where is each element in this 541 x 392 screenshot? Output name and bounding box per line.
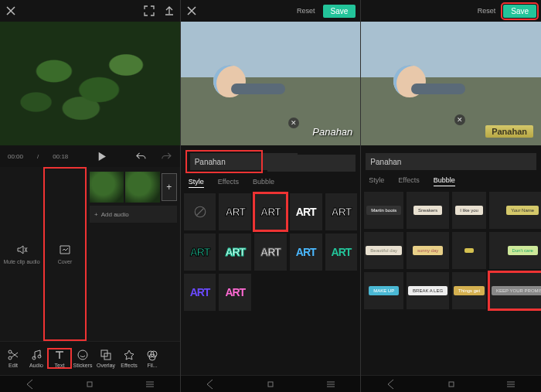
caption-text[interactable]: Panahan — [312, 126, 352, 138]
bubble-option[interactable]: sunny day — [407, 232, 449, 269]
topbar — [0, 0, 180, 22]
timeline: Mute clip audio Cover + + Add audio — [0, 167, 180, 341]
expand-icon[interactable] — [143, 5, 155, 17]
tab-style[interactable]: Style — [189, 178, 204, 188]
bubble-option[interactable]: Things get — [452, 272, 486, 309]
text-input-row — [361, 150, 541, 173]
tool-effects[interactable]: Effects — [117, 349, 141, 368]
style-option[interactable]: ART — [325, 233, 358, 271]
style-option[interactable]: ART — [219, 233, 251, 271]
time-current: 00:00 — [8, 153, 23, 160]
clip-thumb — [90, 172, 124, 203]
style-option[interactable]: ART — [219, 274, 251, 311]
recent-nav-icon[interactable] — [325, 378, 337, 390]
filters-icon — [146, 349, 158, 361]
svg-point-1 — [9, 356, 12, 360]
text-input[interactable] — [366, 153, 536, 170]
add-audio-button[interactable]: + Add audio — [90, 206, 177, 223]
bubble-grid: Martin bootsSneakersI like youYour NameB… — [361, 189, 541, 375]
home-nav-icon[interactable] — [445, 378, 458, 390]
tab-effects[interactable]: Effects — [398, 176, 419, 186]
close-icon[interactable] — [185, 5, 198, 17]
style-option[interactable]: ART — [184, 233, 216, 271]
text-tabs: Style Effects Bubble — [361, 173, 541, 189]
caption-text[interactable]: Panahan — [485, 125, 533, 138]
style-none[interactable] — [184, 193, 216, 230]
svg-rect-12 — [268, 382, 273, 387]
mute-clip-audio[interactable]: Mute clip audio — [0, 167, 43, 341]
bubble-option[interactable]: Sneakers — [407, 192, 449, 229]
reset-button[interactable]: Reset — [297, 7, 315, 15]
cover-button[interactable]: Cover — [43, 167, 87, 341]
bubble-option[interactable]: Don't care — [489, 232, 541, 269]
svg-point-4 — [78, 350, 87, 360]
clip-thumb — [125, 172, 159, 203]
upload-icon[interactable] — [163, 5, 175, 17]
style-option[interactable]: ART — [290, 193, 322, 230]
tool-filters[interactable]: Fil... — [141, 349, 164, 368]
bubble-option[interactable]: Your Name — [489, 192, 541, 229]
bubble-option[interactable]: I like you — [452, 192, 486, 229]
tool-text[interactable]: Text — [48, 349, 71, 368]
text-tabs: Style Effects Bubble — [181, 175, 361, 190]
tool-audio[interactable]: Audio — [25, 349, 48, 368]
video-clip[interactable]: + — [90, 172, 177, 203]
tab-effects[interactable]: Effects — [218, 178, 239, 187]
close-icon[interactable] — [5, 5, 17, 17]
style-option[interactable]: ART — [254, 193, 287, 230]
android-navbar — [361, 375, 541, 392]
video-preview[interactable]: ✕ Panahan — [361, 22, 541, 145]
style-option[interactable]: ART — [184, 274, 216, 311]
back-nav-icon[interactable] — [385, 378, 397, 390]
bubble-option[interactable]: Martin boots — [364, 192, 403, 229]
style-option[interactable]: ART — [254, 233, 287, 271]
recent-nav-icon[interactable] — [505, 378, 517, 390]
text-bubble-panel: Reset Save ✕ Panahan Style Effects Bubbl… — [361, 0, 541, 392]
reset-button[interactable]: Reset — [478, 7, 496, 15]
home-nav-icon[interactable] — [83, 378, 96, 390]
timeline-tracks[interactable]: + + Add audio — [87, 167, 180, 341]
save-button[interactable]: Save — [323, 5, 356, 18]
topbar: Reset Save — [361, 0, 541, 22]
svg-point-0 — [9, 350, 12, 353]
add-audio-label: Add audio — [101, 211, 129, 218]
video-preview[interactable] — [0, 22, 180, 145]
bubble-option[interactable]: MAKE UP — [364, 272, 403, 309]
bubble-option[interactable]: KEEP YOUR PROMISES — [489, 272, 541, 309]
recent-nav-icon[interactable] — [144, 378, 156, 390]
style-option[interactable]: ART — [290, 233, 322, 271]
svg-rect-10 — [87, 382, 92, 387]
tab-style[interactable]: Style — [369, 176, 384, 186]
tool-edit[interactable]: Edit — [2, 349, 25, 368]
style-option[interactable]: ART — [219, 193, 251, 230]
cover-label: Cover — [58, 259, 73, 264]
time-total: 00:18 — [53, 153, 68, 160]
undo-icon[interactable] — [135, 150, 147, 162]
save-button[interactable]: Save — [503, 5, 536, 18]
tool-stickers[interactable]: Stickers — [71, 349, 94, 368]
text-input-ext — [181, 152, 361, 175]
text-icon — [53, 349, 66, 361]
tool-overlay[interactable]: Overlay — [94, 349, 117, 368]
topbar: Reset Save — [181, 0, 361, 22]
tab-bubble[interactable]: Bubble — [253, 178, 274, 187]
music-icon — [30, 349, 43, 361]
overlay-icon — [100, 349, 112, 361]
bubble-option[interactable]: Beautiful day — [364, 232, 403, 269]
back-nav-icon[interactable] — [204, 378, 216, 390]
mute-icon — [15, 244, 28, 256]
style-option[interactable]: ART — [325, 193, 358, 230]
sticker-icon — [77, 349, 89, 361]
android-navbar — [181, 375, 361, 392]
tab-bubble[interactable]: Bubble — [434, 176, 455, 186]
bubble-option[interactable]: BREAK A LEG — [407, 272, 449, 309]
video-preview[interactable]: ✕ Panahan — [181, 22, 361, 145]
tool-row: Edit Audio Text Stickers Overlay Effects… — [0, 341, 180, 375]
add-clip-button[interactable]: + — [162, 173, 177, 201]
play-icon[interactable] — [96, 150, 107, 162]
bubble-option[interactable] — [452, 232, 486, 269]
android-navbar — [0, 375, 180, 392]
redo-icon[interactable] — [161, 150, 172, 162]
back-nav-icon[interactable] — [24, 378, 36, 390]
home-nav-icon[interactable] — [264, 378, 277, 390]
